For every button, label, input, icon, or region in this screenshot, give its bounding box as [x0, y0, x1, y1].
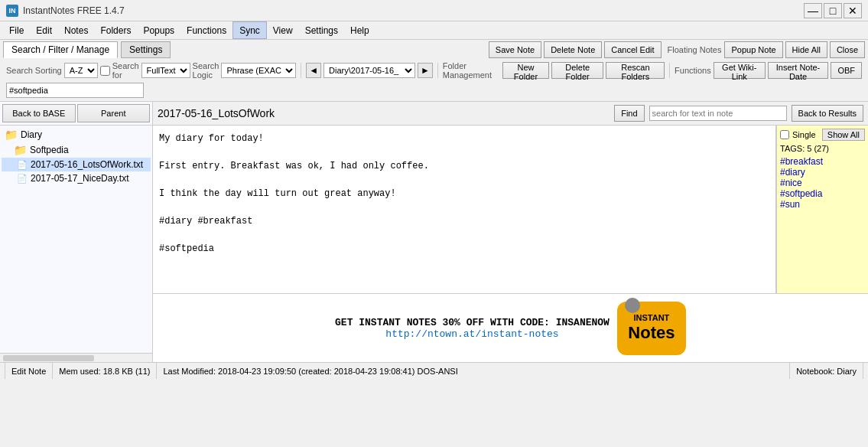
menu-functions[interactable]: Functions — [180, 21, 232, 39]
search-logic-select[interactable]: Phrase (EXAC — [221, 63, 296, 78]
insert-note-date-button[interactable]: Insert Note-Date — [768, 62, 829, 79]
tab-search-filter-manage[interactable]: Search / Filter / Manage — [3, 41, 118, 58]
status-notebook: Notebook: Diary — [790, 363, 863, 379]
sidebar-scrollbar-thumb — [3, 355, 94, 361]
folder-next-button[interactable]: ► — [418, 63, 433, 78]
cancel-edit-button[interactable]: Cancel Edit — [604, 41, 661, 58]
parent-button[interactable]: Parent — [77, 104, 151, 122]
find-button[interactable]: Find — [614, 105, 644, 122]
status-last-modified: Last Modified: 2018-04-23 19:09:50 (crea… — [157, 363, 790, 379]
delete-note-button[interactable]: Delete Note — [544, 41, 602, 58]
back-to-results-button[interactable]: Back to Results — [792, 105, 863, 122]
delete-folder-button[interactable]: Delete Folder — [551, 62, 603, 79]
new-folder-button[interactable]: New Folder — [502, 62, 549, 79]
search-group: Search — [6, 66, 33, 75]
note-title: 2017-05-16_LotsOfWork — [158, 107, 610, 119]
separator2 — [437, 63, 438, 78]
folder-label-diary: Diary — [21, 129, 42, 140]
save-note-button[interactable]: Save Note — [489, 41, 541, 58]
menu-folders[interactable]: Folders — [94, 21, 137, 39]
tag-sun[interactable]: #sun — [780, 199, 865, 210]
folder-path-group: ◄ Diary\2017-05-16_ ► — [306, 63, 433, 78]
menu-bar: File Edit Notes Folders Popups Functions… — [0, 21, 868, 40]
right-panel: 2017-05-16_LotsOfWork Find Back to Resul… — [153, 102, 868, 362]
promo-text: GET INSTANT NOTES 30% OFF WITH CODE: INS… — [335, 317, 610, 340]
sorting-label: Sorting — [35, 66, 62, 75]
editor-tags-wrapper: My diary for today! First entry. Breakfa… — [153, 126, 868, 293]
rescan-folders-button[interactable]: Rescan Folders — [606, 62, 665, 79]
menu-popups[interactable]: Popups — [137, 21, 180, 39]
tags-count: TAGS: 5 (27) — [780, 144, 865, 153]
sorting-group: Sorting A-Z — [35, 63, 110, 78]
title-bar-left: IN InstantNotes FREE 1.4.7 — [6, 5, 125, 17]
search-input-row — [3, 83, 865, 100]
tag-softpedia[interactable]: #softpedia — [780, 188, 865, 199]
popup-note-button[interactable]: Popup Note — [724, 41, 782, 58]
maximize-button[interactable]: □ — [824, 3, 842, 18]
menu-edit[interactable]: Edit — [30, 21, 58, 39]
folder-tree: 📁 Diary 📁 Softpedia 📄 2017-05-16_LotsOfW… — [0, 126, 152, 353]
close-button[interactable]: ✕ — [844, 3, 862, 18]
find-input[interactable] — [649, 106, 787, 121]
minimize-button[interactable]: — — [804, 3, 822, 18]
separator3 — [669, 63, 670, 78]
floating-notes-group: Popup Note Hide All Close — [724, 41, 865, 58]
tags-panel: Single Show All TAGS: 5 (27) #breakfast … — [776, 126, 868, 293]
menu-settings[interactable]: Settings — [299, 21, 344, 39]
note-content-editor[interactable]: My diary for today! First entry. Breakfa… — [153, 126, 776, 293]
functions-label: Functions — [675, 66, 711, 75]
hide-all-button[interactable]: Hide All — [785, 41, 827, 58]
tags-header: Single Show All — [780, 129, 865, 141]
sorting-checkbox[interactable] — [100, 66, 110, 76]
sidebar-scrollbar[interactable] — [0, 353, 152, 362]
promo-line2[interactable]: http://ntown.at/instant-notes — [335, 328, 610, 340]
folder-label-softpedia: Softpedia — [30, 145, 69, 155]
menu-view[interactable]: View — [267, 21, 299, 39]
file-lotsofwork[interactable]: 📄 2017-05-16_LotsOfWork.txt — [2, 158, 151, 171]
folder-diary[interactable]: 📁 Diary — [2, 127, 151, 142]
tag-nice[interactable]: #nice — [780, 178, 865, 188]
folder-mgmt-label: Folder Management — [443, 61, 500, 80]
app-icon: IN — [6, 5, 18, 17]
single-checkbox[interactable] — [780, 130, 789, 139]
promo-bar: GET INSTANT NOTES 30% OFF WITH CODE: INS… — [153, 293, 868, 362]
folder-softpedia[interactable]: 📁 Softpedia — [2, 142, 151, 158]
title-bar: IN InstantNotes FREE 1.4.7 — □ ✕ — [0, 0, 868, 21]
search-logic-group: Search Logic Phrase (EXAC — [193, 61, 297, 80]
menu-help[interactable]: Help — [344, 21, 375, 39]
promo-line1: GET INSTANT NOTES 30% OFF WITH CODE: INS… — [335, 317, 610, 328]
folder-icon-softpedia: 📁 — [14, 144, 27, 156]
status-mem-used: Mem used: 18.8 KB (11) — [53, 363, 157, 379]
status-edit-note: Edit Note — [5, 363, 53, 379]
tag-breakfast[interactable]: #breakfast — [780, 156, 865, 167]
menu-notes[interactable]: Notes — [58, 21, 94, 39]
back-to-base-button[interactable]: Back to BASE — [2, 104, 76, 122]
close-floating-button[interactable]: Close — [830, 41, 865, 58]
menu-file[interactable]: File — [3, 21, 30, 39]
show-all-button[interactable]: Show All — [822, 129, 865, 141]
menu-sync[interactable]: Sync — [232, 21, 267, 39]
file-label-niceday: 2017-05-17_NiceDay.txt — [31, 173, 129, 184]
folder-path-select[interactable]: Diary\2017-05-16_ — [323, 63, 415, 78]
tag-diary[interactable]: #diary — [780, 167, 865, 178]
floating-notes-label: Floating Notes — [668, 45, 722, 54]
sidebar-nav: Back to BASE Parent — [0, 102, 152, 126]
get-wiki-link-button[interactable]: Get Wiki-Link — [714, 62, 766, 79]
toolbar-second-row: Search Sorting A-Z Search for FullText S… — [3, 60, 865, 81]
folder-icon-diary: 📁 — [5, 129, 18, 141]
promo-notes-text: Notes — [628, 323, 675, 343]
toolbar-row1: Search / Filter / Manage Settings Save N… — [3, 41, 865, 58]
sorting-select[interactable]: A-Z — [64, 63, 98, 78]
search-for-select[interactable]: FullText — [141, 63, 190, 78]
file-label-lotsofwork: 2017-05-16_LotsOfWork.txt — [31, 159, 143, 170]
search-input[interactable] — [6, 83, 144, 98]
obf-button[interactable]: OBF — [831, 62, 862, 79]
window-title: InstantNotes FREE 1.4.7 — [23, 5, 125, 16]
promo-logo: INSTANT Notes — [617, 302, 686, 355]
file-niceday[interactable]: 📄 2017-05-17_NiceDay.txt — [2, 171, 151, 185]
file-icon-lotsofwork: 📄 — [17, 160, 28, 170]
folder-prev-button[interactable]: ◄ — [306, 63, 321, 78]
single-label: Single — [792, 130, 816, 139]
tab-settings[interactable]: Settings — [121, 41, 171, 58]
status-bar: Edit Note Mem used: 18.8 KB (11) Last Mo… — [0, 362, 868, 379]
